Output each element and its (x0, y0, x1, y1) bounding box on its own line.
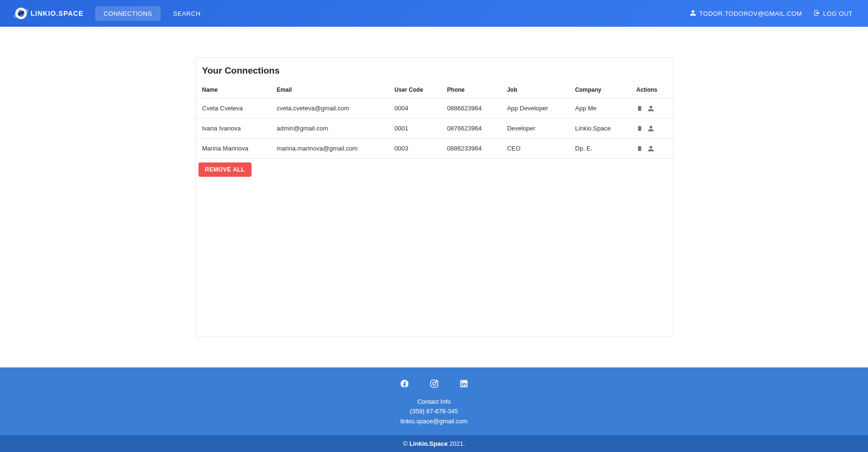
cell-actions (630, 139, 673, 159)
table-row: Ivana Ivanovaadmin@gmail.com000108766239… (196, 118, 673, 139)
nav-logout-label: LOG OUT (823, 10, 853, 17)
footer-social (0, 379, 868, 388)
table-row: Marina Marinovamarina.marinova@gmail.com… (196, 139, 673, 159)
th-user-code: User Code (388, 82, 440, 98)
brand-icon (15, 8, 27, 19)
person-icon[interactable] (648, 145, 654, 152)
footer-info: Contact Info (359) 87-678-345 linkio.spa… (0, 397, 868, 435)
nav-search[interactable]: SEARCH (165, 6, 209, 21)
copyright-prefix: © (403, 440, 409, 447)
copyright-year: 2021. (448, 440, 465, 447)
th-company: Company (569, 82, 630, 98)
th-email: Email (270, 82, 387, 98)
delete-icon[interactable] (637, 145, 643, 151)
table-row: Cveta Cvetevacveta.cveteva@gmail.com0004… (196, 98, 673, 118)
cell-user_code: 0004 (388, 98, 440, 118)
logout-icon (813, 10, 820, 18)
cell-actions (630, 98, 673, 118)
cell-job: App Developer (500, 98, 568, 118)
nav-logout[interactable]: LOG OUT (813, 10, 853, 18)
navbar: LINKIO.SPACE CONNECTIONS SEARCH TODOR.TO… (0, 0, 868, 27)
facebook-icon[interactable] (400, 379, 409, 388)
page-title: Your Connections (202, 65, 666, 76)
brand-text: LINKIO.SPACE (31, 10, 84, 17)
cell-name: Marina Marinova (196, 139, 270, 159)
cell-email: admin@gmail.com (270, 118, 387, 139)
footer: Contact Info (359) 87-678-345 linkio.spa… (0, 367, 868, 452)
main-content: Your Connections Name Email User Code Ph… (0, 27, 868, 367)
cell-email: marina.marinova@gmail.com (270, 139, 387, 159)
cell-user_code: 0003 (388, 139, 440, 159)
cell-job: CEO (500, 139, 568, 159)
cell-company: App Me (569, 98, 630, 118)
footer-phone: (359) 87-678-345 (0, 407, 868, 417)
copyright-brand: Linkio.Space (409, 440, 448, 447)
delete-icon[interactable] (637, 125, 643, 131)
delete-icon[interactable] (637, 105, 643, 111)
cell-job: Developer (500, 118, 568, 139)
nav-right: TODOR.TODOROV@GMAIL.COM LOG OUT (690, 10, 853, 18)
nav-user-email: TODOR.TODOROV@GMAIL.COM (699, 10, 802, 17)
cell-company: Linkio.Space (569, 118, 630, 139)
svg-point-1 (432, 382, 436, 385)
footer-contact-heading: Contact Info (0, 397, 868, 407)
brand[interactable]: LINKIO.SPACE (15, 8, 84, 19)
th-job: Job (500, 82, 568, 98)
footer-email: linkio.space@gmail.com (0, 417, 868, 427)
footer-bar: © Linkio.Space 2021. (0, 435, 868, 452)
card-header: Your Connections (196, 58, 673, 82)
remove-all-button[interactable]: REMOVE ALL (198, 162, 252, 177)
th-actions: Actions (630, 82, 673, 98)
svg-point-2 (436, 381, 437, 382)
user-icon (690, 10, 696, 18)
nav-user[interactable]: TODOR.TODOROV@GMAIL.COM (690, 10, 802, 18)
nav-links: CONNECTIONS SEARCH (95, 6, 690, 21)
nav-connections[interactable]: CONNECTIONS (95, 6, 161, 21)
cell-phone: 0886233964 (440, 139, 500, 159)
connections-table: Name Email User Code Phone Job Company A… (196, 82, 673, 159)
cell-actions (630, 118, 673, 139)
cell-phone: 0876623964 (440, 118, 500, 139)
cell-email: cveta.cveteva@gmail.com (270, 98, 387, 118)
cell-name: Cveta Cveteva (196, 98, 270, 118)
cell-company: Dp. E. (569, 139, 630, 159)
th-phone: Phone (440, 82, 500, 98)
connections-card: Your Connections Name Email User Code Ph… (195, 57, 673, 337)
cell-user_code: 0001 (388, 118, 440, 139)
card-footer: REMOVE ALL (196, 159, 673, 181)
th-name: Name (196, 82, 270, 98)
person-icon[interactable] (648, 105, 654, 112)
cell-name: Ivana Ivanova (196, 118, 270, 139)
cell-phone: 0886623964 (440, 98, 500, 118)
instagram-icon[interactable] (429, 379, 439, 388)
linkedin-icon[interactable] (459, 379, 469, 388)
person-icon[interactable] (648, 125, 654, 132)
table-header-row: Name Email User Code Phone Job Company A… (196, 82, 673, 98)
